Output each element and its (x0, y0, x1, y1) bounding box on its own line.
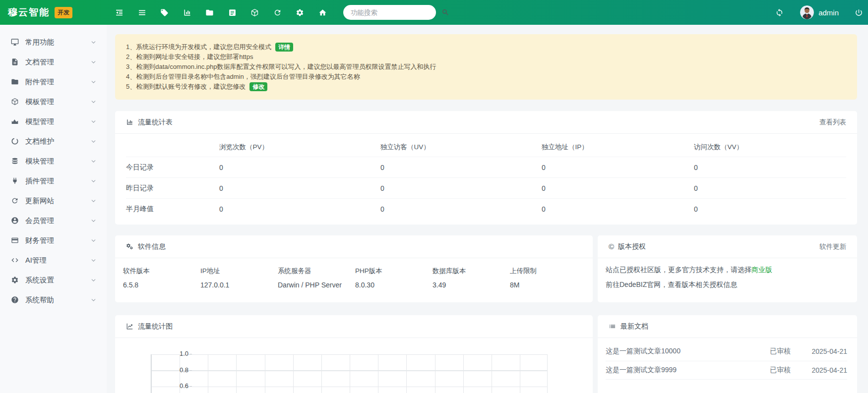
chevron-down-icon (90, 218, 97, 224)
sidebar-item-label: 系统设置 (25, 276, 90, 285)
software-info-body: 软件版本 6.5.8 IP地址 127.0.0.1 系统服务器 Darwin /… (115, 258, 593, 289)
field-value: 8M (510, 281, 587, 289)
sidebar-item[interactable]: 模板管理 (0, 92, 107, 112)
chevron-down-icon (90, 277, 97, 283)
commercial-edition-link[interactable]: 商业版 (751, 266, 772, 274)
latest-docs-title-wrap: 最新文档 (609, 322, 648, 331)
alert-text: 4、检测到后台管理目录名称中包含admin，强烈建议后台管理目录修改为其它名称 (126, 72, 360, 82)
software-field: 系统服务器 Darwin / PHP Server (278, 267, 355, 289)
traffic-chart-card: 流量统计图 1.0 0.8 0.6 (115, 315, 593, 393)
search-icon[interactable] (441, 8, 449, 16)
search-input[interactable] (343, 9, 441, 16)
sidebar-item[interactable]: 模块管理 (0, 151, 107, 171)
sidebar-item-icon (11, 78, 19, 86)
sidebar-item[interactable]: 更新网站 (0, 191, 107, 211)
doc-title[interactable]: 这是一篇测试文章9999 (606, 366, 770, 375)
power-icon[interactable] (855, 8, 863, 17)
field-label: 软件版本 (123, 267, 200, 276)
sidebar-item-icon (11, 137, 19, 145)
line-chart-icon (126, 323, 133, 330)
row-label: 半月峰值 (126, 199, 219, 220)
sidebar-item[interactable]: AI管理 (0, 250, 107, 270)
license-header: © 版本授权 软件更新 (598, 235, 857, 258)
view-list-link[interactable]: 查看列表 (819, 118, 846, 127)
sync-icon[interactable] (775, 8, 784, 17)
avatar[interactable] (800, 5, 814, 19)
software-info-title-wrap: 软件信息 (126, 242, 166, 251)
software-info-header: 软件信息 (115, 235, 593, 258)
username[interactable]: admin (818, 8, 839, 17)
chevron-down-icon (90, 99, 97, 105)
home-icon[interactable] (318, 8, 327, 17)
alert-line: 1、系统运行环境为开发模式，建议您启用安全模式 详情 (126, 42, 846, 52)
sidebar-item[interactable]: 会员管理 (0, 211, 107, 230)
sidebar-item-icon (11, 276, 19, 284)
license-line-2: 前往DedeBIZ官网，查看版本相关授权信息 (606, 281, 847, 289)
sidebar-item-icon (11, 177, 19, 185)
field-value: 3.49 (433, 281, 510, 289)
gear-icon[interactable] (296, 8, 304, 17)
latest-docs-list: 这是一篇测试文章10000 已审核 2025-04-21 这是一篇测试文章999… (598, 338, 857, 380)
traffic-stats-title: 流量统计表 (138, 118, 173, 127)
sidebar-item[interactable]: 文档维护 (0, 131, 107, 151)
outdent-icon[interactable] (115, 8, 124, 17)
latest-docs-header: 最新文档 (598, 315, 857, 338)
folder-icon[interactable] (205, 8, 214, 17)
topbar: 穆云智能 开发 admin (0, 0, 868, 25)
chart-grid (151, 354, 548, 393)
sidebar-item-icon (11, 117, 19, 125)
traffic-table: 浏览次数（PV）独立访客（UV）独立地址（IP）访问次数（VV） 今日记录 0 … (126, 135, 846, 219)
bar-chart-icon[interactable] (183, 8, 191, 17)
copyright-icon: © (609, 242, 614, 251)
traffic-table-wrap: 浏览次数（PV）独立访客（UV）独立地址（IP）访问次数（VV） 今日记录 0 … (115, 134, 857, 219)
field-label: PHP版本 (355, 267, 433, 276)
field-label: 上传限制 (510, 267, 587, 276)
alert-text: 1、系统运行环境为开发模式，建议您启用安全模式 (126, 42, 271, 52)
software-update-link[interactable]: 软件更新 (819, 242, 846, 251)
sidebar-item-label: 财务管理 (25, 236, 90, 245)
pv-value: 0 (219, 178, 380, 199)
alert-line: 2、检测到网址非安全链接，建议您部署https (126, 52, 846, 62)
sidebar-item-label: 模板管理 (25, 97, 90, 107)
menu-bars-icon[interactable] (138, 8, 146, 17)
traffic-chart-header: 流量统计图 (115, 315, 593, 338)
vv-value: 0 (694, 157, 846, 178)
cube-icon[interactable] (250, 8, 259, 17)
sidebar-item-icon (11, 217, 19, 225)
doc-status: 已审核 (770, 347, 806, 356)
latest-docs-title: 最新文档 (620, 322, 648, 331)
software-field: PHP版本 8.0.30 (355, 267, 433, 289)
sidebar-item[interactable]: 财务管理 (0, 230, 107, 250)
topbar-right: admin (775, 0, 863, 25)
uv-value: 0 (380, 199, 542, 220)
traffic-chart-plot: 1.0 0.8 0.6 (151, 354, 593, 393)
ip-value: 0 (542, 157, 694, 178)
sidebar-item[interactable]: 系统设置 (0, 270, 107, 290)
chevron-down-icon (90, 178, 97, 184)
sidebar-item[interactable]: 附件管理 (0, 72, 107, 92)
tag-icon[interactable] (160, 8, 169, 17)
uv-value: 0 (380, 157, 542, 178)
doc-title[interactable]: 这是一篇测试文章10000 (606, 347, 770, 356)
sidebar-item-icon (11, 98, 19, 106)
column-header: 独立地址（IP） (542, 135, 694, 157)
sidebar-item[interactable]: 模型管理 (0, 112, 107, 131)
sidebar-item-icon (11, 38, 19, 46)
column-header: 访问次数（VV） (694, 135, 846, 157)
sidebar-item[interactable]: 常用功能 (0, 32, 107, 52)
alert-text: 5、检测到默认账号没有修改，建议您修改 (126, 82, 246, 92)
field-value: 127.0.0.1 (200, 281, 278, 289)
alert-action-badge[interactable]: 详情 (275, 43, 293, 52)
sidebar-item[interactable]: 文档管理 (0, 52, 107, 72)
traffic-stats-header: 流量统计表 查看列表 (115, 111, 857, 134)
form-icon[interactable] (228, 8, 237, 17)
doc-date: 2025-04-21 (806, 366, 847, 374)
row-label: 今日记录 (126, 157, 219, 178)
sidebar-item[interactable]: 系统帮助 (0, 290, 107, 310)
alert-action-badge[interactable]: 修改 (249, 82, 267, 91)
sidebar-item-icon (11, 58, 19, 66)
sidebar-item[interactable]: 插件管理 (0, 171, 107, 191)
table-row: 今日记录 0 0 0 0 (126, 157, 846, 178)
sidebar-item-label: 插件管理 (25, 176, 90, 186)
refresh-icon[interactable] (273, 8, 282, 17)
